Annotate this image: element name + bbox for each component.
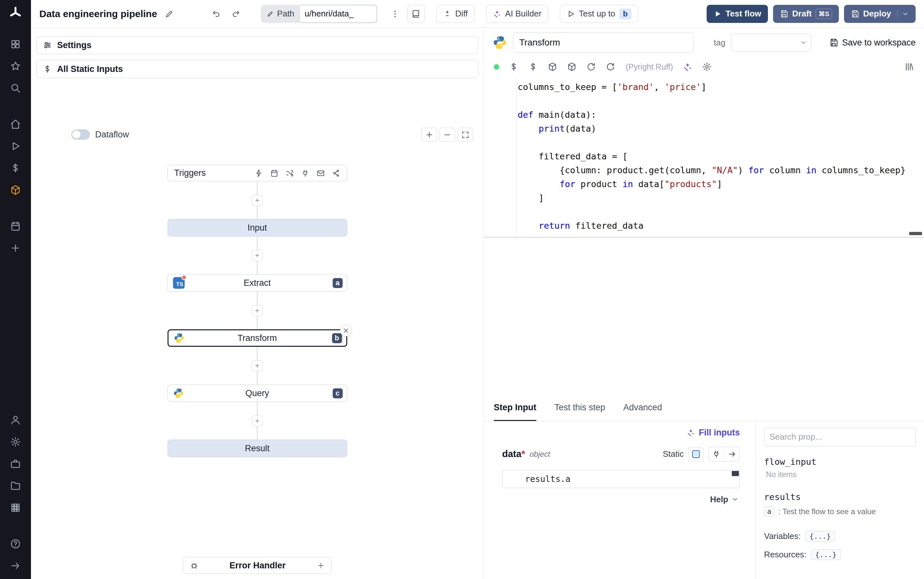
add-step-button[interactable] — [252, 195, 263, 206]
query-node[interactable]: Query c — [167, 384, 347, 402]
result-node[interactable]: Result — [167, 440, 347, 457]
arrow-right-icon — [728, 450, 736, 458]
draft-button[interactable]: Draft ⌘S — [773, 5, 839, 23]
path-label[interactable]: Path — [261, 5, 300, 23]
users-icon[interactable] — [10, 414, 21, 425]
fit-view-button[interactable] — [458, 128, 473, 142]
deploy-dropdown[interactable] — [898, 10, 909, 17]
resources-grid-icon[interactable] — [10, 502, 21, 513]
fill-inputs-label: Fill inputs — [699, 428, 740, 438]
arg-value-editor[interactable]: results.a — [502, 470, 740, 488]
pencil-icon — [267, 10, 274, 17]
plug-icon — [712, 450, 720, 458]
settings-bar[interactable]: Settings — [36, 36, 478, 54]
resources-icon[interactable] — [10, 185, 21, 195]
chevron-down-icon — [731, 496, 739, 503]
add-icon[interactable] — [10, 242, 21, 254]
websocket-trigger-icon[interactable] — [301, 169, 309, 177]
results-section[interactable]: results — [764, 492, 916, 502]
dataflow-toggle[interactable] — [71, 129, 90, 140]
tab-advanced[interactable]: Advanced — [624, 396, 662, 421]
concurrency-icon[interactable] — [528, 62, 538, 72]
workers-icon[interactable] — [10, 458, 21, 469]
diff-button[interactable]: Diff — [436, 5, 475, 23]
search-icon[interactable] — [10, 83, 21, 93]
resize-handle[interactable] — [732, 471, 739, 476]
bug-icon — [189, 561, 199, 570]
insert-expression-button[interactable] — [724, 447, 740, 461]
input-node[interactable]: Input — [167, 219, 347, 236]
more-menu-button[interactable] — [388, 7, 402, 21]
ai-builder-button[interactable]: AI Builder — [486, 5, 548, 23]
arg-value: results.a — [525, 474, 571, 484]
extract-node[interactable]: TS Extract a — [167, 274, 347, 291]
add-step-button[interactable] — [252, 250, 263, 261]
webhook-trigger-icon[interactable] — [255, 169, 263, 177]
error-handler-node[interactable]: Error Handler — [183, 557, 332, 574]
test-up-to-button[interactable]: Test up to b — [560, 5, 638, 23]
flow-input-section[interactable]: flow_input — [764, 457, 916, 467]
kafka-trigger-icon[interactable] — [332, 169, 340, 177]
tag-select[interactable] — [731, 34, 811, 52]
zoom-in-button[interactable] — [421, 128, 437, 142]
windmill-logo-icon[interactable] — [9, 7, 22, 20]
test-flow-button[interactable]: Test flow — [707, 5, 768, 23]
connect-input-button[interactable] — [709, 447, 724, 461]
folders-icon[interactable] — [10, 480, 21, 491]
collapse-sidebar-icon[interactable] — [10, 560, 21, 571]
code-editor[interactable]: columns_to_keep = ['brand', 'price'] def… — [484, 76, 924, 237]
resources-chip[interactable]: {...} — [811, 550, 841, 560]
draft-shortcut: ⌘S — [816, 9, 832, 19]
result-key-badge[interactable]: a — [764, 506, 774, 517]
home-icon[interactable] — [10, 119, 21, 130]
triggers-node[interactable]: Triggers — [167, 165, 347, 181]
help-toggle[interactable]: Help — [502, 494, 740, 504]
email-trigger-icon[interactable] — [317, 169, 325, 177]
favorites-icon[interactable] — [10, 61, 21, 72]
editor-settings-icon[interactable] — [702, 62, 712, 72]
dollar-icon — [43, 64, 52, 74]
static-toggle-button[interactable] — [688, 447, 704, 461]
add-error-handler-icon[interactable] — [317, 561, 325, 570]
dependencies-icon[interactable] — [567, 62, 577, 72]
route-trigger-icon[interactable] — [286, 169, 294, 177]
save-to-workspace-button[interactable]: Save to workspace — [829, 38, 916, 48]
assets-panel-icon[interactable] — [904, 62, 914, 72]
sync-icon[interactable] — [606, 62, 615, 72]
variables-chip[interactable]: {...} — [805, 531, 835, 541]
apps-icon[interactable] — [10, 39, 21, 50]
redo-button[interactable] — [229, 7, 243, 21]
fill-inputs-button[interactable]: Fill inputs — [687, 428, 740, 438]
arg-name: data — [502, 449, 521, 459]
tab-step-input[interactable]: Step Input — [494, 396, 536, 421]
runs-icon[interactable] — [10, 141, 21, 152]
add-step-button[interactable] — [252, 305, 263, 316]
close-icon — [342, 327, 349, 334]
undo-button[interactable] — [209, 7, 224, 21]
zoom-out-button[interactable] — [439, 128, 455, 142]
tab-test-this-step[interactable]: Test this step — [554, 396, 606, 421]
path-input[interactable] — [300, 5, 377, 23]
deploy-button[interactable]: Deploy — [844, 5, 916, 23]
help-icon[interactable] — [10, 538, 21, 550]
deploy-label: Deploy — [863, 9, 891, 19]
delete-step-button[interactable] — [340, 325, 351, 337]
variables-icon[interactable] — [10, 163, 21, 173]
reload-icon[interactable] — [586, 62, 596, 72]
fullscreen-icon — [461, 131, 470, 139]
horizontal-scrollbar[interactable] — [909, 232, 922, 235]
docs-button[interactable] — [407, 5, 425, 23]
schedules-icon[interactable] — [10, 221, 21, 232]
ai-assist-icon[interactable] — [683, 62, 692, 72]
add-step-button[interactable] — [252, 415, 263, 427]
static-inputs-bar[interactable]: All Static Inputs — [36, 60, 478, 78]
cache-icon[interactable] — [509, 62, 519, 72]
step-name-input[interactable] — [513, 33, 694, 52]
schedule-trigger-icon[interactable] — [270, 169, 278, 177]
transform-node[interactable]: Transform b — [167, 329, 347, 347]
package-icon[interactable] — [548, 62, 557, 72]
settings-icon[interactable] — [10, 437, 21, 447]
add-step-button[interactable] — [252, 360, 263, 371]
search-prop-input[interactable] — [764, 428, 916, 447]
edit-title-button[interactable] — [162, 7, 176, 21]
